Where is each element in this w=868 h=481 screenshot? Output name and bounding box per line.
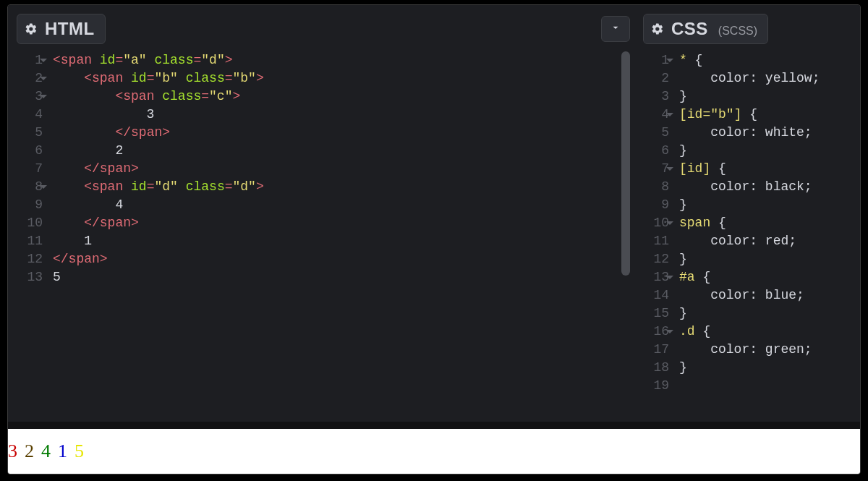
code-line[interactable]: </span> [53, 124, 630, 142]
line-number: 5 [643, 124, 669, 142]
line-number: 16 [643, 323, 669, 341]
output-char: 1 [58, 440, 67, 462]
editor-css[interactable]: 12345678910111213141516171819 * { color:… [643, 51, 851, 422]
code-line[interactable]: } [679, 359, 851, 377]
gear-icon [651, 22, 664, 35]
code-line[interactable]: 1 [53, 232, 630, 250]
line-number: 14 [643, 286, 669, 305]
code-line[interactable]: [id] { [679, 160, 851, 178]
pane-css-title-pill[interactable]: CSS (SCSS) [643, 14, 768, 44]
line-number: 9 [643, 196, 669, 214]
pane-html: HTML 12345678910111213 <span id="a" clas… [17, 14, 630, 422]
code-line[interactable]: .d { [679, 323, 851, 341]
code-line[interactable]: <span id="a" class="d"> [53, 51, 630, 69]
line-number: 10 [643, 214, 669, 232]
line-number: 4 [17, 106, 43, 124]
code-line[interactable]: } [679, 250, 851, 268]
gutter-html: 12345678910111213 [17, 51, 48, 422]
pane-css: CSS (SCSS) 12345678910111213141516171819… [643, 14, 851, 422]
line-number: 13 [17, 268, 43, 286]
line-number: 8 [17, 178, 43, 196]
code-line[interactable]: } [679, 88, 851, 106]
line-number: 12 [643, 250, 669, 268]
code-line[interactable]: color: blue; [679, 286, 851, 305]
editor-html[interactable]: 12345678910111213 <span id="a" class="d"… [17, 51, 630, 422]
code-line[interactable]: 3 [53, 106, 630, 124]
line-number: 7 [17, 160, 43, 178]
line-number: 2 [17, 69, 43, 88]
gear-icon [25, 22, 38, 35]
output-char: 2 [25, 440, 34, 462]
output-char: 5 [75, 440, 84, 462]
code-line[interactable]: <span class="c"> [53, 88, 630, 106]
pane-divider[interactable] [8, 422, 860, 429]
line-number: 6 [643, 142, 669, 160]
pane-html-title: HTML [45, 19, 95, 39]
line-number: 15 [643, 305, 669, 323]
code-line[interactable]: [id="b"] { [679, 106, 851, 124]
pane-css-header: CSS (SCSS) [643, 14, 851, 44]
line-number: 1 [17, 51, 43, 69]
line-number: 11 [17, 232, 43, 250]
code-line[interactable]: color: green; [679, 341, 851, 359]
pane-html-header: HTML [17, 14, 630, 44]
code-line[interactable]: 2 [53, 142, 630, 160]
output-preview: 32415 [8, 429, 860, 474]
code-css[interactable]: * { color: yellow;}[id="b"] { color: whi… [675, 51, 851, 422]
line-number: 3 [17, 88, 43, 106]
code-line[interactable]: 5 [53, 268, 630, 286]
line-number: 18 [643, 359, 669, 377]
line-number: 8 [643, 178, 669, 196]
line-number: 6 [17, 142, 43, 160]
line-number: 12 [17, 250, 43, 268]
pane-css-subtitle: (SCSS) [718, 25, 757, 39]
code-line[interactable]: } [679, 196, 851, 214]
code-line[interactable]: } [679, 142, 851, 160]
code-html[interactable]: <span id="a" class="d"> <span id="b" cla… [48, 51, 630, 422]
code-line[interactable]: color: white; [679, 124, 851, 142]
code-line[interactable]: 4 [53, 196, 630, 214]
pane-html-title-pill[interactable]: HTML [17, 14, 106, 44]
code-line[interactable]: </span> [53, 160, 630, 178]
editor-panes: HTML 12345678910111213 <span id="a" clas… [8, 5, 860, 422]
output-char: 4 [41, 440, 51, 462]
code-line[interactable]: * { [679, 51, 851, 69]
line-number: 7 [643, 160, 669, 178]
code-line[interactable]: <span id="d" class="d"> [53, 178, 630, 196]
line-number: 9 [17, 196, 43, 214]
line-number: 19 [643, 377, 669, 395]
line-number: 3 [643, 88, 669, 106]
code-line[interactable]: color: black; [679, 178, 851, 196]
scrollbar-v[interactable] [621, 51, 630, 276]
code-line[interactable]: span { [679, 214, 851, 232]
output-char: 3 [8, 440, 17, 462]
code-line[interactable]: </span> [53, 250, 630, 268]
gutter-css: 12345678910111213141516171819 [643, 51, 675, 422]
line-number: 4 [643, 106, 669, 124]
code-line[interactable] [679, 377, 851, 395]
code-line[interactable]: <span id="b" class="b"> [53, 69, 630, 88]
pane-html-dropdown[interactable] [601, 16, 630, 42]
line-number: 13 [643, 268, 669, 286]
line-number: 11 [643, 232, 669, 250]
code-line[interactable]: color: yellow; [679, 69, 851, 88]
code-line[interactable]: color: red; [679, 232, 851, 250]
code-line[interactable]: #a { [679, 268, 851, 286]
line-number: 2 [643, 69, 669, 88]
code-line[interactable]: </span> [53, 214, 630, 232]
code-line[interactable]: } [679, 305, 851, 323]
line-number: 5 [17, 124, 43, 142]
chevron-down-icon [610, 22, 621, 36]
line-number: 17 [643, 341, 669, 359]
pane-css-title: CSS [671, 19, 708, 39]
line-number: 1 [643, 51, 669, 69]
app-frame: HTML 12345678910111213 <span id="a" clas… [7, 4, 861, 474]
line-number: 10 [17, 214, 43, 232]
